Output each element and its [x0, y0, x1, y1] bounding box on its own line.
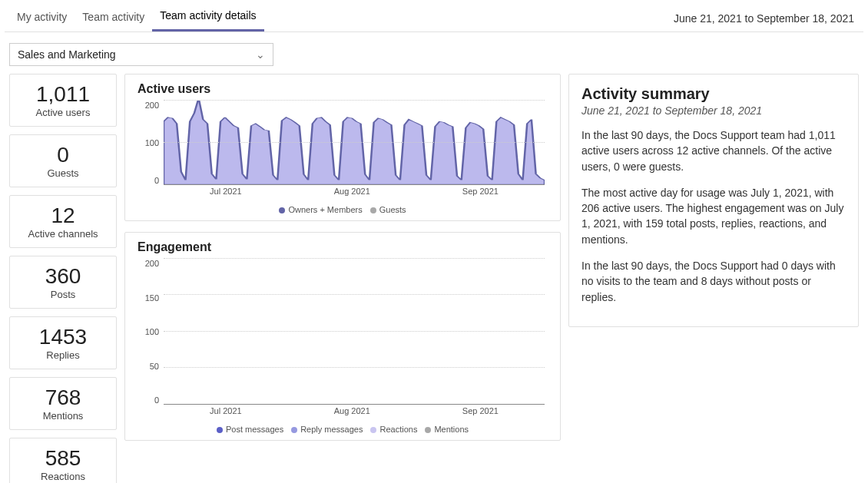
stat-label: Guests	[13, 167, 113, 179]
stat-label: Active users	[13, 107, 113, 118]
tab-team-activity-details[interactable]: Team activity details	[152, 5, 263, 31]
stat-label: Active channels	[13, 228, 113, 240]
stat-card[interactable]: 0Guests	[9, 134, 117, 187]
stat-card[interactable]: 1453Replies	[9, 316, 117, 369]
stat-label: Posts	[13, 289, 113, 300]
summary-p2: The most active day for usage was July 1…	[581, 185, 846, 247]
stat-label: Mentions	[13, 410, 113, 422]
stat-value: 1453	[13, 325, 113, 349]
engagement-title: Engagement	[137, 240, 548, 254]
activity-summary-card: Activity summary June 21, 2021 to Septem…	[568, 74, 859, 327]
summary-title: Activity summary	[581, 85, 846, 103]
stat-card[interactable]: 1,011Active users	[9, 74, 117, 127]
stat-label: Reactions	[13, 471, 113, 482]
engagement-legend: Post messagesReply messagesReactionsMent…	[137, 420, 548, 434]
stat-value: 0	[13, 143, 113, 167]
engagement-plot[interactable]: 200150100500 Jul 2021Aug 2021Sep 2021	[137, 259, 548, 420]
stat-card[interactable]: 12Active channels	[9, 195, 117, 248]
stat-value: 1,011	[13, 82, 113, 107]
active-users-legend: Owners + MembersGuests	[137, 200, 548, 214]
tabs-bar: My activity Team activity Team activity …	[5, 0, 863, 32]
stat-value: 768	[13, 385, 113, 410]
team-select-value: Sales and Marketing	[18, 48, 116, 61]
engagement-chart-card: Engagement 200150100500 Jul 2021Aug 2021…	[124, 232, 561, 441]
tab-team-activity[interactable]: Team activity	[75, 6, 152, 31]
summary-p3: In the last 90 days, the Docs Support ha…	[581, 258, 846, 305]
active-users-chart-card: Active users 2001000 Jul 2021Aug 2021Sep…	[124, 74, 561, 221]
stat-label: Replies	[13, 349, 113, 361]
date-range: June 21, 2021 to September 18, 2021	[669, 6, 859, 31]
stat-value: 585	[13, 446, 113, 471]
stat-value: 360	[13, 264, 113, 289]
stat-card[interactable]: 360Posts	[9, 256, 117, 309]
stat-card[interactable]: 768Mentions	[9, 377, 117, 430]
stat-value: 12	[13, 203, 113, 228]
active-users-plot[interactable]: 2001000 Jul 2021Aug 2021Sep 2021	[137, 101, 548, 200]
chevron-down-icon: ⌄	[256, 48, 265, 61]
active-users-title: Active users	[137, 82, 548, 96]
summary-subtitle: June 21, 2021 to September 18, 2021	[581, 104, 846, 117]
tab-my-activity[interactable]: My activity	[9, 6, 75, 31]
stats-column: 1,011Active users0Guests12Active channel…	[9, 74, 117, 483]
team-select[interactable]: Sales and Marketing ⌄	[9, 43, 273, 66]
stat-card[interactable]: 585Reactions	[9, 438, 117, 483]
summary-p1: In the last 90 days, the Docs Support te…	[581, 127, 846, 174]
